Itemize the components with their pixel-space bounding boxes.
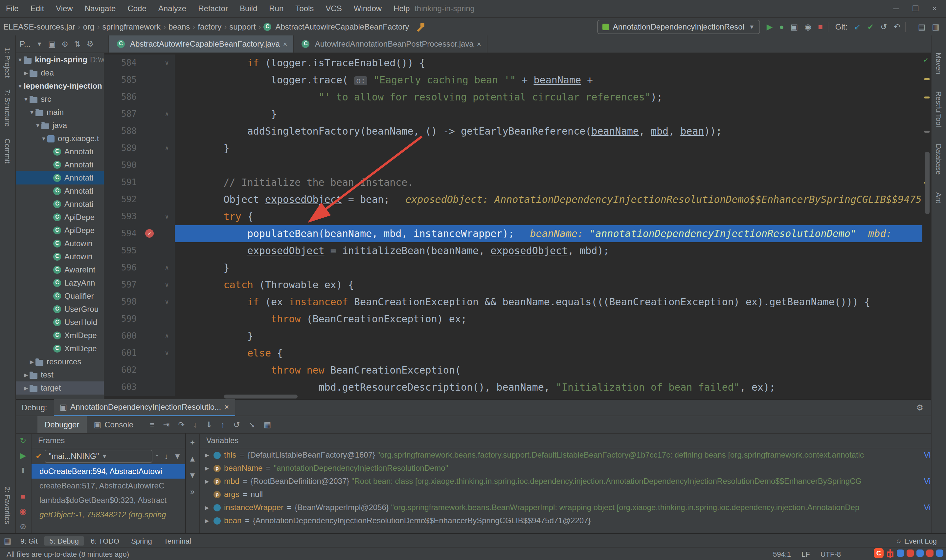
tree-item[interactable]: ▼main [15, 106, 104, 119]
code-text[interactable]: "' to allow for resolving potential circ… [175, 89, 932, 106]
tree-item[interactable]: CAnnotati [15, 145, 104, 158]
filter-icon[interactable]: ▼ [173, 452, 181, 461]
debug-icon[interactable]: ● [779, 22, 784, 32]
tree-item[interactable]: CAnnotati [15, 185, 104, 198]
resume-icon[interactable]: ▶ [20, 452, 26, 460]
line-number[interactable]: 591 [104, 174, 140, 191]
show-execution-point-icon[interactable]: ⇥ [163, 420, 169, 429]
menu-file[interactable]: File [0, 0, 25, 17]
frame-row[interactable]: lambda$doGetBean$0:323, Abstract [32, 493, 185, 508]
breadcrumb-item[interactable]: org [81, 22, 97, 32]
chevron-right-icon[interactable]: ▶ [22, 70, 29, 76]
code-text[interactable]: populateBean(beanName, mbd, instanceWrap… [175, 225, 932, 242]
toolwindow-button-commit[interactable]: Commit [4, 139, 11, 164]
tree-item[interactable]: ▼king-in-springD:\wor [15, 53, 104, 66]
force-step-into-icon[interactable]: ⇓ [206, 420, 212, 429]
variable-row[interactable]: ▶pmbd = {RootBeanDefinition@2037} "Root … [200, 475, 946, 488]
project-view-icon[interactable]: ▣ [48, 39, 56, 49]
editor-error-stripe[interactable]: ✓ [922, 53, 932, 394]
breakpoint-column[interactable] [140, 311, 159, 328]
tree-item[interactable]: CXmlDepe [15, 329, 104, 342]
code-text[interactable]: // Initialize the bean instance. [175, 174, 932, 191]
breakpoint-column[interactable] [140, 294, 159, 311]
build-hammer-icon[interactable] [416, 23, 425, 31]
tree-item[interactable]: CAnnotati [15, 158, 104, 171]
tab-debugger[interactable]: Debugger [37, 416, 86, 433]
line-number[interactable]: 585 [104, 72, 140, 89]
tree-item[interactable]: ▶test [15, 368, 104, 382]
breakpoint-column[interactable] [140, 259, 159, 276]
code-text[interactable]: else { [175, 345, 932, 362]
coverage-icon[interactable]: ▣ [790, 22, 798, 32]
breakpoint-column[interactable] [140, 379, 159, 396]
toolwindow-button-spring[interactable]: Spring [126, 536, 157, 545]
toolwindow-toggle-icon[interactable]: ▦ [0, 537, 15, 545]
close-icon[interactable]: × [224, 402, 229, 412]
code-text[interactable]: catch (Throwable ex) { [175, 276, 932, 294]
menu-build[interactable]: Build [234, 0, 263, 17]
tree-item[interactable]: CAnnotati [15, 198, 104, 211]
line-number[interactable]: 601 [104, 345, 140, 362]
chevron-down-icon[interactable]: ▼ [28, 109, 35, 115]
line-number[interactable]: 599 [104, 311, 140, 328]
breadcrumb-item[interactable]: beans [166, 22, 192, 32]
code-text[interactable]: } [175, 259, 932, 276]
tree-item[interactable]: CAwareInt [15, 263, 104, 276]
tree-item[interactable]: ▼org.xiaoge.t [15, 132, 104, 145]
add-watch-icon[interactable]: + [190, 438, 195, 446]
toolwindow-button--structure[interactable]: 7: Structure [4, 89, 11, 127]
tree-item[interactable]: CUserGrou [15, 303, 104, 316]
toolwindow-layout-icon[interactable]: ▥ [932, 22, 940, 32]
chevron-right-icon[interactable]: ▶ [22, 385, 29, 391]
code-text[interactable]: if (ex instanceof BeanCreationException … [175, 294, 932, 311]
locate-file-icon[interactable]: ⊕ [62, 39, 68, 49]
chevron-down-icon[interactable]: ▼ [40, 135, 47, 142]
breakpoint-column[interactable] [140, 89, 159, 106]
fold-up-icon[interactable]: ∧ [159, 328, 175, 345]
menu-help[interactable]: Help [388, 0, 416, 17]
fold-up-icon[interactable]: ∧ [159, 106, 175, 123]
breakpoint-column[interactable] [140, 106, 159, 123]
line-number[interactable]: 593 [104, 208, 140, 225]
toolwindow-button-restfultool[interactable]: RestfulTool [935, 91, 943, 127]
encoding[interactable]: UTF-8 [821, 550, 841, 558]
editor-tab[interactable]: CAutowiredAnnotationBeanPostProcessor.ja… [294, 35, 488, 52]
variable-row[interactable]: ▶instanceWrapper = {BeanWrapperImpl@2056… [200, 501, 946, 514]
stripe-mark[interactable] [924, 131, 929, 132]
code-text[interactable]: addSingletonFactory(beanName, () -> getE… [175, 123, 932, 140]
menu-vcs[interactable]: VCS [320, 0, 348, 17]
maximize-icon[interactable]: ☐ [912, 5, 919, 12]
tree-item[interactable]: CApiDepe [15, 211, 104, 224]
toolwindow-button-maven[interactable]: Maven [935, 52, 943, 74]
rerun-icon[interactable]: ↻ [20, 437, 26, 445]
collapse-all-icon[interactable]: ⇅ [74, 39, 81, 49]
watch-overflow-icon[interactable]: » [190, 488, 194, 496]
expand-arrow-icon[interactable]: ▶ [203, 478, 210, 484]
breakpoint-column[interactable] [140, 208, 159, 225]
code-text[interactable]: } [175, 140, 932, 157]
line-number[interactable]: 590 [104, 157, 140, 174]
editor-vertical-scrollbar[interactable] [925, 152, 929, 214]
code-text[interactable]: try { [175, 208, 932, 225]
event-log-button[interactable]: ○ Event Log [896, 537, 946, 545]
tree-item[interactable]: CAutowiri [15, 237, 104, 250]
stripe-mark[interactable] [924, 97, 929, 98]
variable-row[interactable]: ▶pbeanName = "annotationDependencyInject… [200, 462, 946, 475]
stripe-mark[interactable] [924, 78, 929, 80]
breadcrumb-item[interactable]: AbstractAutowireCapableBeanFactory [273, 22, 411, 32]
chevron-right-icon[interactable]: ▶ [28, 359, 35, 365]
breakpoint-column[interactable] [140, 54, 159, 72]
step-over-icon[interactable]: ↷ [178, 420, 185, 429]
breadcrumb-item[interactable]: ELEASE-sources.jar [1, 22, 77, 32]
toolwindow-button-ant[interactable]: Ant [935, 192, 943, 203]
tree-item[interactable]: CUserHold [15, 316, 104, 329]
evaluate-expression-icon[interactable]: ▦ [264, 420, 271, 429]
code-text[interactable]: } [175, 328, 932, 345]
code-editor[interactable]: 584∨ if (logger.isTraceEnabled()) {585 l… [104, 53, 932, 399]
line-number[interactable]: 588 [104, 123, 140, 140]
breakpoint-column[interactable] [140, 345, 159, 362]
layout-panels-icon[interactable]: ▤ [918, 22, 926, 32]
tree-item[interactable]: ▶resources [15, 355, 104, 368]
tree-item[interactable]: CQualifier [15, 289, 104, 303]
line-number[interactable]: 587 [104, 106, 140, 123]
